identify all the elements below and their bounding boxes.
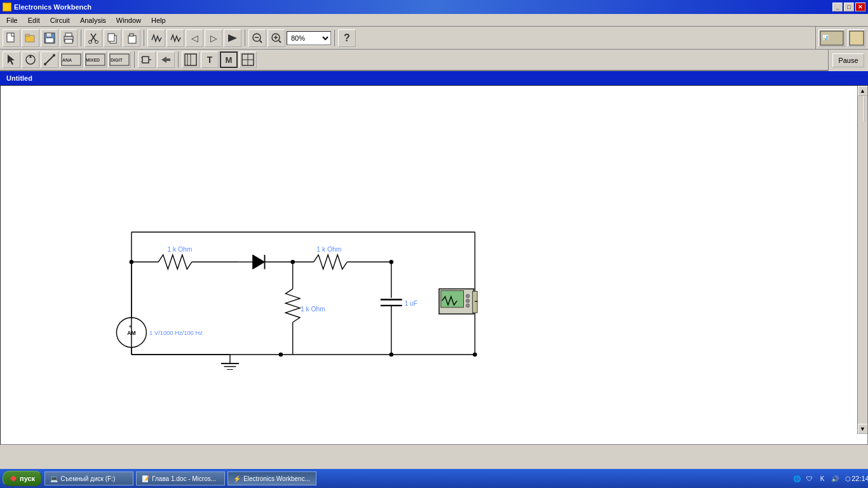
pause-button[interactable]: Pause — [832, 53, 864, 67]
title-bar-left: ⚡ Electronics Workbench — [3, 3, 92, 11]
pointer-tool[interactable] — [3, 51, 20, 68]
M-tool[interactable]: M — [220, 51, 238, 68]
svg-text:ANA: ANA — [62, 58, 72, 62]
wire-tool[interactable] — [41, 51, 58, 68]
svg-point-32 — [44, 63, 46, 65]
separator5 — [134, 51, 135, 68]
text-tool[interactable]: T — [201, 51, 219, 68]
start-button[interactable]: ❖ пуск — [3, 471, 42, 486]
step-fwd-button[interactable]: ▷ — [205, 29, 222, 47]
systray-network: 🌐 — [792, 473, 802, 484]
scroll-down-button[interactable]: ▼ — [858, 424, 868, 434]
doc-title: Untitled — [6, 74, 32, 82]
menu-file[interactable]: File — [1, 15, 23, 25]
menu-analysis[interactable]: Analysis — [75, 15, 111, 25]
svg-text:1 V/1000 Hz/100 Hz: 1 V/1000 Hz/100 Hz — [149, 329, 203, 336]
svg-text:+: + — [128, 323, 132, 330]
taskbar-icon-2: ⚡ — [233, 475, 241, 482]
svg-rect-40 — [142, 57, 149, 63]
zoom-out-button[interactable] — [248, 29, 266, 47]
title-bar-buttons: _ □ ✕ — [832, 3, 865, 11]
svg-rect-84 — [473, 291, 478, 313]
scroll-up-button[interactable]: ▲ — [858, 86, 868, 96]
paste-button[interactable] — [123, 29, 140, 47]
taskbar-label-0: Съемный диск (F:) — [60, 475, 115, 482]
taskbar-icon-1: 📝 — [142, 475, 149, 482]
copy-button[interactable] — [104, 29, 121, 47]
main-canvas[interactable]: 1 k Ohm 1 k Ohm 1 k Ohm 1 uF — [0, 85, 868, 445]
svg-text:1 k Ohm: 1 k Ohm — [301, 306, 325, 313]
svg-point-11 — [89, 40, 92, 43]
close-button[interactable]: ✕ — [855, 3, 865, 11]
svg-text:DIGIT: DIGIT — [111, 58, 123, 62]
maximize-button[interactable]: □ — [844, 3, 854, 11]
vertical-scrollbar[interactable]: ▲ ▼ — [857, 86, 867, 434]
separator6 — [178, 51, 179, 68]
start-label: пуск — [20, 475, 35, 482]
new-button[interactable] — [3, 29, 20, 47]
arrow-tool[interactable] — [157, 51, 175, 68]
svg-rect-26 — [850, 31, 864, 45]
svg-rect-7 — [65, 33, 72, 36]
separator4 — [334, 30, 335, 46]
zoom-in-button[interactable] — [268, 29, 285, 47]
svg-point-60 — [473, 353, 477, 357]
instrument2-button[interactable] — [848, 29, 865, 47]
app-icon: ⚡ — [3, 3, 11, 11]
toolbar2: ANA MIXED DIGIT T M — [0, 50, 828, 71]
waveform2-button[interactable] — [166, 29, 184, 47]
svg-line-23 — [279, 41, 281, 43]
component1-tool[interactable] — [182, 51, 200, 68]
cut-button[interactable] — [85, 29, 102, 47]
svg-point-12 — [95, 40, 98, 43]
taskbar-item-1[interactable]: 📝 Глава 1.doc - Micros... — [136, 471, 225, 485]
taskbar-item-0[interactable]: 💻 Съемный диск (F:) — [44, 471, 133, 485]
menu-circuit[interactable]: Circuit — [45, 15, 75, 25]
menu-edit[interactable]: Edit — [23, 15, 45, 25]
separator3 — [245, 30, 245, 46]
open-button[interactable] — [22, 29, 39, 47]
taskbar-item-2[interactable]: ⚡ Electronics Workbenc... — [227, 471, 316, 485]
zoom-select[interactable]: 80% 50% 100% 125% 150% 200% — [287, 31, 331, 45]
svg-text:1 uF: 1 uF — [404, 300, 417, 307]
systray-clock: 22:14 — [855, 473, 865, 484]
separator1 — [81, 30, 81, 46]
svg-text:1 k Ohm: 1 k Ohm — [167, 246, 192, 253]
waveform1-button[interactable] — [147, 29, 165, 47]
svg-rect-16 — [130, 34, 133, 36]
step-back-button[interactable]: ◁ — [186, 29, 203, 47]
taskbar-label-1: Глава 1.doc - Micros... — [152, 475, 216, 482]
vscroll-thumb[interactable] — [864, 96, 865, 121]
taskbar-right: 🌐 🛡 K 🔊 ⬡ 22:14 — [792, 473, 865, 484]
menu-window[interactable]: Window — [111, 15, 146, 25]
gate-tool[interactable] — [138, 51, 156, 68]
svg-point-81 — [466, 294, 470, 298]
minimize-button[interactable]: _ — [832, 3, 843, 11]
digit-tool[interactable]: DIGIT — [108, 51, 131, 68]
svg-rect-15 — [128, 36, 136, 43]
rotate-tool[interactable] — [22, 51, 39, 68]
menu-bar: File Edit Circuit Analysis Window Help — [0, 14, 868, 27]
svg-rect-5 — [46, 38, 53, 43]
title-bar: ⚡ Electronics Workbench _ □ ✕ — [0, 0, 868, 14]
svg-rect-4 — [46, 33, 51, 37]
svg-rect-0 — [7, 33, 14, 42]
save-button[interactable] — [41, 29, 58, 47]
run-button[interactable] — [224, 29, 241, 47]
svg-marker-27 — [8, 55, 15, 65]
separator2 — [144, 30, 144, 46]
svg-line-31 — [45, 55, 54, 64]
print-button[interactable] — [60, 29, 78, 47]
toolbar1: ◁ ▷ 80% 50% 100% 125% 150% 200% ? 📊 — [0, 27, 868, 50]
component2-tool[interactable] — [239, 51, 257, 68]
instrument1-button[interactable]: 📊 — [818, 29, 845, 47]
taskbar-label-2: Electronics Workbenc... — [243, 475, 310, 482]
document-tab[interactable]: Untitled — [0, 71, 868, 85]
toolbar2-row: ANA MIXED DIGIT T M Pause — [0, 50, 868, 71]
help-button[interactable]: ? — [338, 29, 356, 47]
mixed-tool[interactable]: MIXED — [84, 51, 107, 68]
menu-help[interactable]: Help — [146, 15, 171, 25]
svg-text:MIXED: MIXED — [86, 58, 100, 62]
label-tool[interactable]: ANA — [60, 51, 83, 68]
taskbar: ❖ пуск 💻 Съемный диск (F:) 📝 Глава 1.doc… — [0, 469, 868, 488]
